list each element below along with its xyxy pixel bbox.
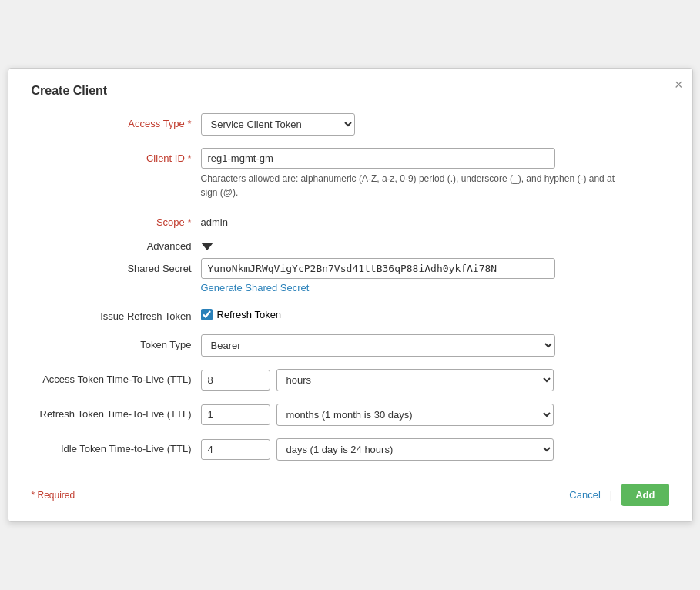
advanced-label: Advanced: [32, 240, 201, 252]
token-type-row: Token Type Bearer JWT: [32, 334, 669, 357]
add-button[interactable]: Add: [621, 484, 668, 506]
shared-secret-content: Generate Shared Secret: [201, 258, 669, 293]
issue-refresh-token-label: Issue Refresh Token: [32, 306, 201, 322]
scope-row: Scope * admin: [32, 212, 669, 228]
client-id-row: Client ID * Characters allowed are: alph…: [32, 148, 669, 199]
dialog-title: Create Client: [32, 84, 669, 98]
refresh-token-checkbox-label: Refresh Token: [217, 309, 282, 320]
refresh-ttl-number-input[interactable]: [201, 404, 270, 425]
issue-refresh-token-checkbox[interactable]: [201, 309, 213, 320]
required-note: * Required: [32, 490, 75, 501]
footer: * Required Cancel | Add: [32, 476, 669, 506]
access-ttl-number-input[interactable]: [201, 370, 270, 391]
idle-ttl-row: Idle Token Time-to-Live (TTL) days (1 da…: [32, 438, 669, 461]
scope-content: admin: [201, 212, 669, 228]
client-id-content: Characters allowed are: alphanumeric (A-…: [201, 148, 669, 199]
client-id-label: Client ID *: [32, 148, 201, 164]
close-button[interactable]: ×: [675, 78, 683, 92]
advanced-row: Advanced: [32, 240, 669, 252]
refresh-token-checkbox-row: Refresh Token: [201, 306, 669, 320]
access-type-label: Access Type *: [32, 113, 201, 129]
issue-refresh-token-content: Refresh Token: [201, 306, 669, 320]
access-ttl-content: hours minutes days: [201, 369, 669, 391]
generate-shared-secret-link[interactable]: Generate Shared Secret: [201, 282, 669, 293]
refresh-ttl-label: Refresh Token Time-To-Live (TTL): [32, 404, 201, 420]
button-separator: |: [610, 489, 612, 501]
refresh-ttl-row: Refresh Token Time-To-Live (TTL) months …: [32, 404, 669, 426]
idle-ttl-unit-select[interactable]: days (1 day is 24 hours) hours minutes m…: [276, 438, 554, 461]
access-ttl-label: Access Token Time-To-Live (TTL): [32, 369, 201, 385]
create-client-dialog: × Create Client Access Type * Service Cl…: [8, 68, 693, 522]
shared-secret-label: Shared Secret: [32, 258, 201, 274]
access-type-row: Access Type * Service Client Token Beare…: [32, 113, 669, 136]
token-type-select[interactable]: Bearer JWT: [201, 334, 555, 357]
access-type-select[interactable]: Service Client Token Bearer Only Public …: [201, 113, 355, 136]
refresh-ttl-content: months (1 month is 30 days) days (1 day …: [201, 404, 669, 426]
idle-ttl-content: days (1 day is 24 hours) hours minutes m…: [201, 438, 669, 461]
scope-value: admin: [201, 212, 669, 228]
refresh-ttl-unit-select[interactable]: months (1 month is 30 days) days (1 day …: [276, 404, 554, 426]
idle-ttl-number-input[interactable]: [201, 439, 270, 460]
footer-buttons: Cancel | Add: [569, 484, 668, 506]
cancel-button[interactable]: Cancel: [569, 489, 600, 501]
shared-secret-input[interactable]: [201, 258, 555, 279]
collapse-icon[interactable]: [201, 243, 213, 250]
token-type-label: Token Type: [32, 334, 201, 350]
divider-line: [219, 246, 669, 246]
issue-refresh-token-row: Issue Refresh Token Refresh Token: [32, 306, 669, 322]
access-ttl-unit-select[interactable]: hours minutes days: [276, 369, 554, 391]
advanced-divider: [201, 243, 669, 250]
idle-ttl-label: Idle Token Time-to-Live (TTL): [32, 438, 201, 454]
client-id-input[interactable]: [201, 148, 555, 169]
access-ttl-row: Access Token Time-To-Live (TTL) hours mi…: [32, 369, 669, 391]
token-type-content: Bearer JWT: [201, 334, 669, 357]
scope-label: Scope *: [32, 212, 201, 228]
client-id-hint: Characters allowed are: alphanumeric (A-…: [201, 172, 632, 199]
access-type-content: Service Client Token Bearer Only Public …: [201, 113, 669, 136]
shared-secret-row: Shared Secret Generate Shared Secret: [32, 258, 669, 293]
